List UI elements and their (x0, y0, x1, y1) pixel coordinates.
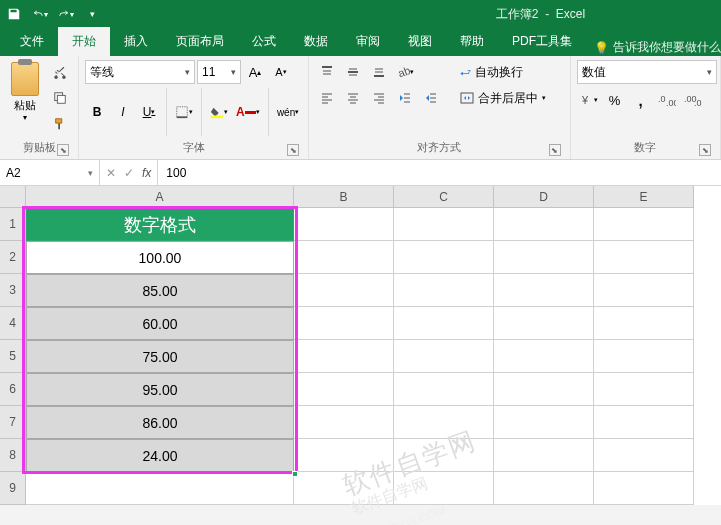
tab-home[interactable]: 开始 (58, 27, 110, 56)
redo-icon[interactable]: ▾ (58, 6, 74, 22)
cell[interactable] (294, 472, 394, 505)
cell[interactable] (394, 472, 494, 505)
accounting-format-button[interactable]: ¥▾ (577, 88, 601, 112)
tab-formulas[interactable]: 公式 (238, 27, 290, 56)
decrease-indent-button[interactable] (393, 86, 417, 110)
cell[interactable] (394, 406, 494, 439)
cell-A5[interactable]: 75.00 (26, 340, 294, 373)
align-middle-button[interactable] (341, 60, 365, 84)
align-right-button[interactable] (367, 86, 391, 110)
cell-A8[interactable]: 24.00 (26, 439, 294, 472)
cell[interactable] (494, 241, 594, 274)
tab-pdf[interactable]: PDF工具集 (498, 27, 586, 56)
cell[interactable] (294, 241, 394, 274)
cell[interactable] (494, 307, 594, 340)
cell[interactable] (494, 340, 594, 373)
decrease-font-button[interactable]: A▾ (269, 60, 293, 84)
number-launcher[interactable]: ⬊ (699, 144, 711, 156)
cell-A9[interactable] (26, 472, 294, 505)
row-header[interactable]: 3 (0, 274, 26, 307)
merge-center-button[interactable]: 合并后居中▾ (457, 86, 567, 110)
cell[interactable] (494, 373, 594, 406)
cell[interactable] (594, 373, 694, 406)
cell-A6[interactable]: 95.00 (26, 373, 294, 406)
orientation-button[interactable]: ab▾ (393, 60, 417, 84)
cell[interactable] (594, 439, 694, 472)
tab-insert[interactable]: 插入 (110, 27, 162, 56)
tab-review[interactable]: 审阅 (342, 27, 394, 56)
underline-button[interactable]: U ▾ (137, 100, 161, 124)
clipboard-launcher[interactable]: ⬊ (57, 144, 69, 156)
cell[interactable] (494, 439, 594, 472)
cut-button[interactable] (48, 60, 72, 84)
row-header[interactable]: 8 (0, 439, 26, 472)
cell[interactable] (294, 340, 394, 373)
number-format-combo[interactable]: 数值▾ (577, 60, 717, 84)
decrease-decimal-button[interactable]: .00.0 (681, 88, 705, 112)
cell[interactable] (394, 307, 494, 340)
increase-indent-button[interactable] (419, 86, 443, 110)
border-button[interactable]: ▾ (172, 100, 196, 124)
tab-layout[interactable]: 页面布局 (162, 27, 238, 56)
tell-me[interactable]: 💡 告诉我你想要做什么 (594, 39, 721, 56)
cell[interactable] (594, 208, 694, 241)
wrap-text-button[interactable]: ⮐自动换行 (457, 60, 547, 84)
cell[interactable] (394, 208, 494, 241)
cell-A2[interactable]: 100.00 (26, 241, 294, 274)
cell[interactable] (494, 208, 594, 241)
cell[interactable] (494, 406, 594, 439)
cell[interactable] (294, 406, 394, 439)
cell[interactable] (494, 274, 594, 307)
font-size-combo[interactable]: 11▾ (197, 60, 241, 84)
cell-A1[interactable]: 数字格式 (26, 208, 294, 241)
fill-handle[interactable] (292, 471, 298, 477)
worksheet-grid[interactable]: 1 2 3 4 5 6 7 8 9 A B C D E 数字格式 100.00 … (0, 186, 721, 505)
align-top-button[interactable] (315, 60, 339, 84)
italic-button[interactable]: I (111, 100, 135, 124)
align-bottom-button[interactable] (367, 60, 391, 84)
cell[interactable] (294, 274, 394, 307)
cell[interactable] (594, 340, 694, 373)
increase-decimal-button[interactable]: .0.00 (655, 88, 679, 112)
cell[interactable] (594, 241, 694, 274)
col-header[interactable]: C (394, 186, 494, 208)
bold-button[interactable]: B (85, 100, 109, 124)
row-header[interactable]: 4 (0, 307, 26, 340)
cell[interactable] (594, 274, 694, 307)
name-box[interactable]: A2▾ (0, 160, 100, 185)
enter-icon[interactable]: ✓ (124, 166, 134, 180)
row-header[interactable]: 7 (0, 406, 26, 439)
row-header[interactable]: 6 (0, 373, 26, 406)
fx-icon[interactable]: fx (142, 166, 151, 180)
cell-A7[interactable]: 86.00 (26, 406, 294, 439)
percent-button[interactable]: % (603, 88, 627, 112)
tab-view[interactable]: 视图 (394, 27, 446, 56)
cell[interactable] (594, 307, 694, 340)
increase-font-button[interactable]: A▴ (243, 60, 267, 84)
copy-button[interactable] (48, 86, 72, 110)
alignment-launcher[interactable]: ⬊ (549, 144, 561, 156)
cell[interactable] (394, 373, 494, 406)
formula-input[interactable]: 100 (158, 160, 721, 185)
cell[interactable] (294, 373, 394, 406)
font-launcher[interactable]: ⬊ (287, 144, 299, 156)
col-header[interactable]: B (294, 186, 394, 208)
cell[interactable] (594, 472, 694, 505)
format-painter-button[interactable] (48, 112, 72, 136)
tab-data[interactable]: 数据 (290, 27, 342, 56)
phonetic-button[interactable]: wén▾ (274, 100, 302, 124)
align-left-button[interactable] (315, 86, 339, 110)
font-color-button[interactable]: A▾ (233, 100, 263, 124)
row-header[interactable]: 2 (0, 241, 26, 274)
cell-A3[interactable]: 85.00 (26, 274, 294, 307)
comma-button[interactable]: , (629, 88, 653, 112)
cell[interactable] (494, 472, 594, 505)
cell[interactable] (394, 439, 494, 472)
tab-help[interactable]: 帮助 (446, 27, 498, 56)
undo-icon[interactable]: ▾ (32, 6, 48, 22)
row-header[interactable]: 9 (0, 472, 26, 505)
cell[interactable] (294, 307, 394, 340)
col-header[interactable]: E (594, 186, 694, 208)
qat-customize-icon[interactable]: ▾ (84, 6, 100, 22)
col-header[interactable]: A (26, 186, 294, 208)
